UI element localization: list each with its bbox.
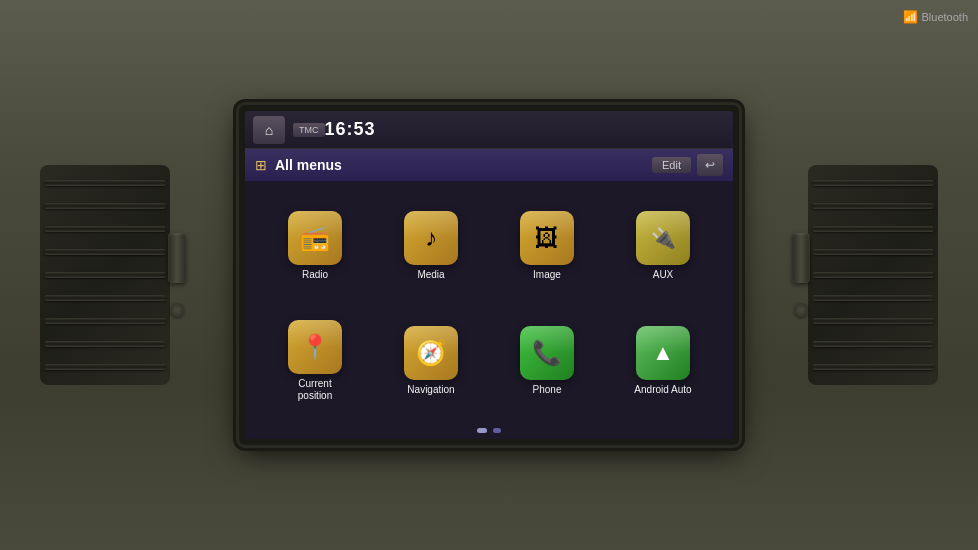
left-side-controls (168, 233, 186, 317)
vent-slat (44, 341, 166, 347)
navigation-icon: 🧭 (416, 339, 446, 367)
app-label-android-auto: Android Auto (634, 384, 691, 396)
vent-slat (812, 272, 934, 278)
vent-slat (812, 226, 934, 232)
page-dot-2[interactable] (493, 428, 501, 433)
vent-slat (812, 341, 934, 347)
page-dots (245, 422, 733, 439)
vent-slat (44, 295, 166, 301)
vent-slat (44, 249, 166, 255)
vent-slat (812, 364, 934, 370)
left-button[interactable] (170, 303, 184, 317)
app-image[interactable]: 🖼 Image (493, 193, 601, 300)
app-android-auto[interactable]: ▲ Android Auto (609, 308, 717, 415)
right-side-controls (792, 233, 810, 317)
car-dashboard: 📶 Bluetooth (0, 0, 978, 550)
app-label-media: Media (417, 269, 444, 281)
app-current-position[interactable]: 📍 Currentposition (261, 308, 369, 415)
time-display: 16:53 (325, 119, 376, 140)
app-aux[interactable]: 🔌 AUX (609, 193, 717, 300)
app-label-position: Currentposition (298, 378, 332, 402)
media-icon: ♪ (425, 224, 437, 252)
aux-icon: 🔌 (651, 226, 676, 250)
app-label-image: Image (533, 269, 561, 281)
vent-slat (44, 318, 166, 324)
app-label-phone: Phone (533, 384, 562, 396)
back-button[interactable]: ↩ (697, 154, 723, 176)
menu-bar: ⊞ All menus Edit ↩ (245, 149, 733, 181)
image-icon: 🖼 (535, 224, 559, 252)
android-auto-icon: ▲ (652, 340, 674, 366)
vent-slat (812, 318, 934, 324)
vent-slat (812, 180, 934, 186)
vent-slat (44, 180, 166, 186)
infotainment-screen: ⌂ TMC 16:53 ⊞ All menus Edit ↩ 📻 (245, 111, 733, 439)
vent-slat (44, 226, 166, 232)
vent-slat (44, 203, 166, 209)
app-icon-wrap-image: 🖼 (520, 211, 574, 265)
right-button[interactable] (794, 303, 808, 317)
app-icon-wrap-position: 📍 (288, 320, 342, 374)
app-icon-wrap-navigation: 🧭 (404, 326, 458, 380)
vent-slat (812, 203, 934, 209)
app-radio[interactable]: 📻 Radio (261, 193, 369, 300)
home-button[interactable]: ⌂ (253, 116, 285, 144)
grid-icon: ⊞ (255, 157, 267, 173)
page-dot-1[interactable] (477, 428, 487, 433)
screen-frame: ⌂ TMC 16:53 ⊞ All menus Edit ↩ 📻 (239, 105, 739, 445)
app-label-radio: Radio (302, 269, 328, 281)
bluetooth-indicator: 📶 Bluetooth (903, 10, 968, 24)
app-icon-wrap-aux: 🔌 (636, 211, 690, 265)
edit-button[interactable]: Edit (652, 157, 691, 173)
bluetooth-label: Bluetooth (922, 11, 968, 23)
phone-icon: 📞 (532, 339, 562, 367)
app-label-aux: AUX (653, 269, 674, 281)
home-icon: ⌂ (265, 122, 273, 138)
app-phone[interactable]: 📞 Phone (493, 308, 601, 415)
app-navigation[interactable]: 🧭 Navigation (377, 308, 485, 415)
menu-title: All menus (275, 157, 652, 173)
app-media[interactable]: ♪ Media (377, 193, 485, 300)
position-icon: 📍 (300, 333, 330, 361)
app-icon-wrap-radio: 📻 (288, 211, 342, 265)
left-knob[interactable] (168, 233, 186, 283)
radio-icon: 📻 (300, 224, 330, 252)
app-label-navigation: Navigation (407, 384, 454, 396)
app-icon-wrap-phone: 📞 (520, 326, 574, 380)
bluetooth-icon: 📶 (903, 10, 918, 24)
right-knob[interactable] (792, 233, 810, 283)
app-icon-wrap-media: ♪ (404, 211, 458, 265)
app-icon-wrap-android-auto: ▲ (636, 326, 690, 380)
header-bar: ⌂ TMC 16:53 (245, 111, 733, 149)
vent-slat (812, 249, 934, 255)
tmc-badge: TMC (293, 123, 325, 137)
vent-slat (44, 364, 166, 370)
left-vent (40, 165, 170, 385)
vent-slat (812, 295, 934, 301)
right-vent (808, 165, 938, 385)
vent-slat (44, 272, 166, 278)
apps-grid: 📻 Radio ♪ Media 🖼 Image (245, 181, 733, 422)
